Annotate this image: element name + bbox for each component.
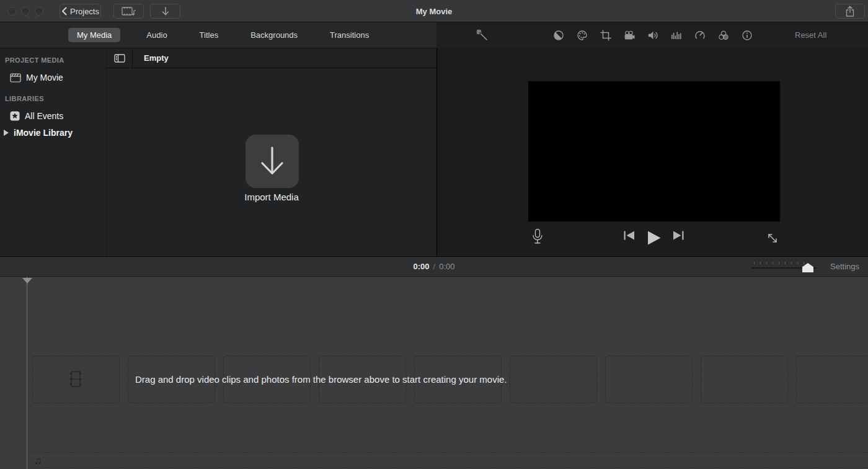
- sidebar-toggle-cell: [107, 48, 133, 68]
- import-button[interactable]: [150, 4, 180, 19]
- time-display: 0:00 / 0:00: [414, 262, 455, 271]
- libraries-header: LIBRARIES: [5, 95, 44, 102]
- noise-reduction-icon[interactable]: [671, 30, 682, 41]
- next-icon[interactable]: [673, 231, 684, 240]
- clip-placeholder: [605, 355, 693, 403]
- stabilization-icon[interactable]: [624, 30, 635, 41]
- tab-backgrounds[interactable]: Backgrounds: [244, 28, 304, 42]
- tab-titles[interactable]: Titles: [193, 28, 225, 42]
- color-correction-icon[interactable]: [577, 30, 588, 41]
- import-media-label: Import Media: [107, 192, 436, 202]
- browser-status-label: Empty: [144, 53, 169, 63]
- clip-placeholder: [796, 355, 868, 403]
- main-area: PROJECT MEDIA My Movie LIBRARIES All Eve…: [0, 48, 868, 256]
- total-duration: 0:00: [439, 262, 454, 271]
- zoom-window-icon[interactable]: [35, 7, 43, 16]
- clip-filter-icon[interactable]: [718, 30, 729, 41]
- clapperboard-icon: [10, 73, 21, 83]
- close-window-icon[interactable]: [7, 7, 16, 16]
- sidebar-item-label: iMovie Library: [14, 128, 73, 138]
- media-browser-icon: [122, 6, 136, 16]
- project-media-header: PROJECT MEDIA: [5, 56, 64, 64]
- viewer-panel: [437, 48, 868, 256]
- fullscreen-icon[interactable]: [766, 232, 779, 244]
- minimize-window-icon[interactable]: [21, 7, 30, 16]
- timeline-area[interactable]: Drag and drop video clips and photos fro…: [0, 277, 868, 469]
- playhead-icon[interactable]: [22, 278, 32, 284]
- browser-body: Import Media: [107, 68, 436, 256]
- tab-audio[interactable]: Audio: [140, 28, 173, 42]
- import-media-button[interactable]: [246, 135, 299, 188]
- time-separator: /: [433, 262, 436, 271]
- speed-icon[interactable]: [694, 30, 706, 41]
- titlebar: Projects My Movie: [0, 0, 868, 22]
- clip-placeholder: [510, 355, 597, 403]
- clip-placeholder-icon: [69, 371, 82, 387]
- sidebar-item-my-movie[interactable]: My Movie: [10, 73, 63, 83]
- import-arrow-icon: [256, 144, 288, 179]
- reset-all-button[interactable]: Reset All: [795, 22, 826, 48]
- current-time: 0:00: [414, 262, 430, 271]
- sidebar-item-all-events[interactable]: All Events: [10, 111, 63, 121]
- toolbar-row: My Media Audio Titles Backgrounds Transi…: [0, 22, 868, 48]
- settings-button[interactable]: Settings: [830, 257, 859, 276]
- media-tabs: My Media Audio Titles Backgrounds Transi…: [68, 22, 375, 48]
- zoom-slider-ticks: [754, 262, 808, 264]
- all-events-icon: [10, 111, 20, 121]
- info-icon[interactable]: [742, 30, 753, 41]
- playhead[interactable]: [27, 277, 27, 469]
- previous-icon[interactable]: [624, 231, 634, 240]
- chevron-left-icon: [61, 7, 67, 16]
- media-browser-panel: Empty Import Media: [107, 48, 437, 256]
- record-voiceover-icon[interactable]: [531, 228, 545, 246]
- window-controls: [7, 7, 43, 16]
- viewer-adjustment-tools: [553, 30, 753, 41]
- tab-transitions[interactable]: Transitions: [324, 28, 375, 42]
- timeline-drop-hint: Drag and drop video clips and photos fro…: [135, 374, 507, 385]
- clip-placeholder: [701, 355, 788, 403]
- volume-icon[interactable]: [647, 30, 658, 41]
- sidebar-item-label: My Movie: [26, 73, 63, 83]
- audio-placeholder-icon: ♫: [34, 454, 42, 468]
- media-browser-button[interactable]: [113, 4, 144, 19]
- projects-back-button[interactable]: Projects: [60, 4, 101, 19]
- projects-back-label: Projects: [70, 7, 99, 16]
- zoom-slider-thumb[interactable]: [802, 263, 813, 272]
- disclosure-triangle-icon[interactable]: [4, 130, 9, 136]
- play-icon[interactable]: [647, 231, 661, 245]
- audio-well-placeholder: [32, 452, 868, 468]
- crop-icon[interactable]: [600, 30, 611, 41]
- timeline-toolbar: 0:00 / 0:00 Settings: [0, 256, 868, 277]
- libraries-sidebar: PROJECT MEDIA My Movie LIBRARIES All Eve…: [0, 48, 107, 256]
- sidebar-item-label: All Events: [25, 111, 63, 121]
- share-icon: [845, 6, 855, 17]
- share-button[interactable]: [835, 4, 865, 19]
- sidebar-item-imovie-library[interactable]: iMovie Library: [4, 128, 73, 138]
- video-preview[interactable]: [528, 81, 780, 221]
- color-balance-icon[interactable]: [553, 30, 564, 41]
- enhance-wand-icon[interactable]: [476, 29, 489, 42]
- tab-my-media[interactable]: My Media: [68, 28, 120, 42]
- timeline-zoom-slider[interactable]: [751, 262, 817, 273]
- browser-header: Empty: [107, 48, 436, 68]
- browser-sidebar-toggle-icon[interactable]: [112, 51, 128, 65]
- import-shortcut-icon: [162, 7, 169, 16]
